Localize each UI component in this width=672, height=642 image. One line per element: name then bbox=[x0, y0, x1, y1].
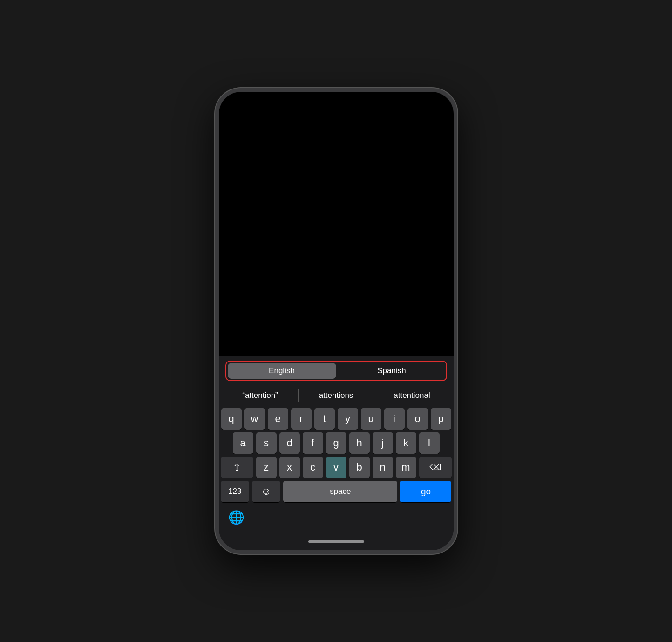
key-e[interactable]: e bbox=[268, 408, 288, 430]
top-area bbox=[219, 92, 454, 356]
keyboard-container: English Spanish “attention” attentions a… bbox=[219, 356, 454, 550]
space-key[interactable]: space bbox=[283, 481, 397, 502]
key-v[interactable]: v bbox=[326, 457, 346, 478]
key-p[interactable]: p bbox=[431, 408, 451, 430]
go-key[interactable]: go bbox=[400, 481, 451, 502]
backspace-key[interactable]: ⌫ bbox=[419, 457, 452, 478]
home-indicator bbox=[308, 540, 364, 543]
key-w[interactable]: w bbox=[244, 408, 265, 430]
phone-frame: English Spanish “attention” attentions a… bbox=[215, 88, 457, 554]
numbers-key[interactable]: 123 bbox=[221, 481, 249, 502]
key-c[interactable]: c bbox=[303, 457, 323, 478]
home-indicator-area bbox=[219, 537, 454, 550]
key-l[interactable]: l bbox=[419, 432, 440, 454]
keyboard-rows: q w e r t y u i o p a s d f g bbox=[219, 406, 454, 502]
spanish-label: Spanish bbox=[377, 366, 406, 376]
bottom-bar: 🌐 bbox=[219, 505, 454, 537]
key-row-3: ⇧ z x c v b n m ⌫ bbox=[221, 457, 452, 478]
key-q[interactable]: q bbox=[221, 408, 242, 430]
language-switcher: English Spanish bbox=[225, 361, 447, 381]
key-j[interactable]: j bbox=[373, 432, 393, 454]
key-m[interactable]: m bbox=[396, 457, 416, 478]
autocomplete-bar: “attention” attentions attentional bbox=[219, 385, 454, 406]
key-n[interactable]: n bbox=[373, 457, 393, 478]
emoji-key[interactable]: ☺ bbox=[252, 481, 280, 502]
autocomplete-item-3[interactable]: attentional bbox=[374, 385, 450, 406]
key-z[interactable]: z bbox=[256, 457, 277, 478]
key-g[interactable]: g bbox=[326, 432, 346, 454]
key-d[interactable]: d bbox=[279, 432, 300, 454]
screen: English Spanish “attention” attentions a… bbox=[219, 92, 454, 550]
english-label: English bbox=[269, 366, 295, 376]
shift-key[interactable]: ⇧ bbox=[221, 457, 253, 478]
key-row-4: 123 ☺ space go bbox=[221, 481, 452, 502]
key-b[interactable]: b bbox=[349, 457, 370, 478]
key-i[interactable]: i bbox=[384, 408, 405, 430]
key-x[interactable]: x bbox=[279, 457, 300, 478]
spanish-tab[interactable]: Spanish bbox=[338, 362, 446, 380]
key-s[interactable]: s bbox=[256, 432, 277, 454]
key-a[interactable]: a bbox=[233, 432, 253, 454]
key-u[interactable]: u bbox=[361, 408, 381, 430]
english-tab[interactable]: English bbox=[228, 363, 336, 379]
key-y[interactable]: y bbox=[338, 408, 358, 430]
key-r[interactable]: r bbox=[291, 408, 312, 430]
autocomplete-item-1[interactable]: “attention” bbox=[223, 385, 298, 406]
key-k[interactable]: k bbox=[396, 432, 416, 454]
globe-icon[interactable]: 🌐 bbox=[228, 510, 244, 525]
key-o[interactable]: o bbox=[407, 408, 428, 430]
key-row-2: a s d f g h j k l bbox=[221, 432, 452, 454]
key-h[interactable]: h bbox=[349, 432, 370, 454]
key-f[interactable]: f bbox=[303, 432, 323, 454]
key-row-1: q w e r t y u i o p bbox=[221, 408, 452, 430]
key-t[interactable]: t bbox=[314, 408, 335, 430]
autocomplete-item-2[interactable]: attentions bbox=[299, 385, 374, 406]
